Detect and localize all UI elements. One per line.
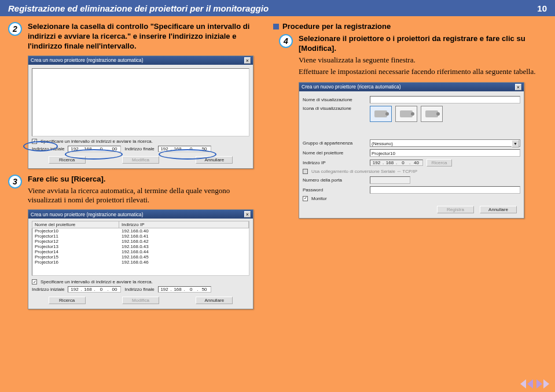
dialog-create-projector-form: Crea un nuovo proiettore (ricerca automa… — [299, 82, 524, 219]
step-2: 2 Selezionare la casella di controllo "S… — [8, 22, 263, 53]
results-header-row: Nome del proiettore Indirizzo IP — [32, 221, 249, 228]
label-projector-name: Nome del proiettore — [303, 150, 366, 156]
step-3-text: Viene avviata la ricerca automatica, al … — [28, 186, 263, 206]
display-name-field[interactable] — [370, 96, 520, 103]
projector-name-field[interactable]: Projector10 — [370, 149, 520, 157]
dialog-create-projector-results: Crea un nuovo proiettore (registrazione … — [28, 209, 253, 309]
projector-icon-option-3[interactable] — [421, 106, 443, 122]
step-4: 4 Selezionare il proiettore o i proietto… — [279, 34, 547, 79]
cancel-button[interactable]: Annullare — [196, 156, 233, 164]
page-title: Registrazione ed eliminazione dei proiet… — [8, 3, 269, 13]
checkbox-monitor[interactable]: ✓ — [303, 196, 308, 201]
table-row: Projector10192.168.0.40 — [32, 228, 249, 234]
projector-icon-option-1[interactable] — [370, 106, 392, 122]
dialog4-title: Crea un nuovo proiettore (ricerca automa… — [302, 84, 401, 90]
step-2-number: 2 — [8, 22, 22, 36]
right-column: Procedure per la registrazione 4 Selezio… — [273, 22, 547, 371]
table-row: Projector11192.168.0.41 — [32, 234, 249, 239]
search-ip-button[interactable]: Ricerca — [427, 159, 452, 167]
ip-initial-field[interactable]: 192. 168. 0. 00 — [68, 146, 121, 152]
step-4-text-2: Effettuare le impostazioni necessarie fa… — [299, 67, 547, 77]
checkbox-label: Specificare un intervallo di indirizzi e… — [41, 279, 153, 284]
dialog4-titlebar: Crea un nuovo proiettore (ricerca automa… — [299, 83, 524, 91]
dialog1-titlebar: Crea un nuovo proiettore (registrazione … — [28, 56, 253, 65]
register-button[interactable]: Registra — [437, 206, 474, 213]
label-display-name: Nome di visualizzazione — [303, 97, 366, 102]
step-4-text-1: Viene visualizzata la seguente finestra. — [299, 56, 547, 65]
password-field[interactable] — [370, 186, 520, 194]
search-button[interactable]: Ricerca — [49, 156, 86, 164]
cancel-button[interactable]: Annullare — [480, 206, 517, 213]
port-number-field — [370, 176, 410, 184]
table-row: Projector12192.168.0.42 — [32, 239, 249, 244]
modify-button[interactable]: Modifica — [122, 297, 159, 304]
close-icon[interactable]: × — [244, 211, 251, 217]
label-ip-address: Indirizzo IP — [303, 160, 366, 165]
checkbox-label: Specificare un intervallo di indirizzi e… — [41, 139, 153, 144]
column-header-name[interactable]: Nome del proiettore — [32, 221, 119, 228]
ip-final-field[interactable]: 192. 168. 0. 50 — [158, 286, 211, 293]
checkbox-specify-range[interactable]: ✓ — [32, 279, 37, 284]
label-ip-initial: Indirizzo iniziale — [32, 287, 64, 292]
dialog-create-projector-1: Crea un nuovo proiettore (registrazione … — [28, 56, 253, 169]
table-row: Projector16192.168.0.46 — [32, 260, 249, 265]
dialog1-title: Crea un nuovo proiettore (registrazione … — [31, 57, 144, 63]
page-header: Registrazione ed eliminazione dei proiet… — [0, 0, 555, 16]
label-display-icon: Icona di visualizzazione — [303, 106, 366, 111]
dialog1-list-area — [32, 68, 249, 136]
ip-address-field: 192. 168. 0. 40 — [370, 160, 423, 166]
nav-next-icon[interactable] — [536, 379, 542, 389]
group-select[interactable]: (Nessuno) — [370, 139, 520, 147]
page-number: 10 — [537, 3, 547, 13]
nav-prev-icon[interactable] — [527, 379, 533, 389]
nav-arrows — [520, 379, 549, 389]
left-column: 2 Selezionare la casella di controllo "S… — [8, 22, 263, 371]
label-ip-final: Indirizzo finale — [124, 146, 154, 151]
modify-button[interactable]: Modifica — [122, 156, 159, 164]
nav-prev-outer-icon[interactable] — [520, 379, 526, 389]
content-area: 2 Selezionare la casella di controllo "S… — [0, 16, 555, 375]
cancel-button[interactable]: Annullare — [196, 297, 233, 304]
close-icon[interactable]: × — [244, 57, 251, 64]
label-serial-tcpip: Usa collegamento di conversione Seriale … — [311, 169, 417, 174]
label-ip-final: Indirizzo finale — [124, 287, 154, 292]
step-4-title: Selezionare il proiettore o i proiettori… — [299, 34, 547, 54]
table-row: Projector14192.168.0.44 — [32, 249, 249, 254]
step-4-number: 4 — [279, 34, 293, 48]
label-port-number: Numero della porta — [303, 177, 366, 183]
label-group: Gruppo di appartenenza — [303, 140, 366, 146]
step-2-text: Selezionare la casella di controllo "Spe… — [28, 22, 263, 51]
close-icon[interactable]: × — [515, 84, 521, 90]
procedure-title: Procedure per la registrazione — [273, 22, 547, 31]
search-button[interactable]: Ricerca — [49, 297, 86, 304]
ip-initial-field[interactable]: 192. 168. 0. 00 — [68, 286, 121, 293]
ip-final-field[interactable]: 192. 168. 0. 50 — [158, 146, 211, 152]
results-list[interactable]: Projector10192.168.0.40 Projector11192.1… — [32, 228, 249, 276]
checkbox-specify-range[interactable]: ✓ — [32, 139, 37, 144]
step-3: 3 Fare clic su [Ricerca]. Viene avviata … — [8, 175, 263, 208]
column-header-ip[interactable]: Indirizzo IP — [119, 221, 249, 228]
table-row: Projector15192.168.0.45 — [32, 254, 249, 260]
label-monitor: Monitor — [311, 196, 327, 201]
dialog3-title: Crea un nuovo proiettore (registrazione … — [31, 212, 144, 217]
label-ip-initial: Indirizzo iniziale — [32, 146, 64, 151]
step-3-number: 3 — [8, 175, 22, 188]
checkbox-serial-tcpip[interactable] — [303, 169, 308, 174]
label-password: Password — [303, 187, 366, 193]
dialog3-titlebar: Crea un nuovo proiettore (registrazione … — [28, 210, 253, 219]
table-row: Projector13192.168.0.43 — [32, 244, 249, 249]
projector-icon-option-2[interactable] — [395, 106, 417, 122]
nav-next-outer-icon[interactable] — [543, 379, 549, 389]
step-3-title: Fare clic su [Ricerca]. — [28, 175, 263, 184]
